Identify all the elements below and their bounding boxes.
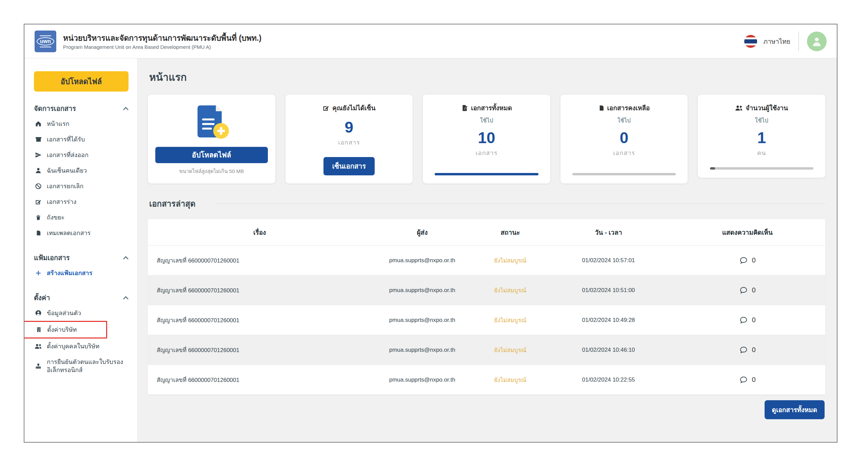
cell-sender: pmua.supprts@nxpo.or.th [371,347,473,353]
sidebar-item-sent-documents[interactable]: เอกสารที่ส่งออก [34,147,129,163]
users-icon [35,343,42,350]
comment-count: 0 [752,316,756,324]
sidebar-item-company-settings[interactable]: ตั้งค่าบริษัท [24,321,107,339]
remaining-documents-progress [572,173,676,175]
table-row[interactable]: สัญญาเลขที่ 6600000701260001 pmua.supprt… [148,365,825,395]
comment-icon [739,316,748,325]
cell-datetime: 01/02/2024 10:22:55 [548,376,670,383]
upload-file-button[interactable]: อัปโหลดไฟล์ [34,71,129,92]
top-header: uwn หน่วยบริหารและจัดการทุนด้านการพัฒนาร… [24,24,837,58]
header-divider [798,32,799,51]
cell-subject: สัญญาเลขที่ 6600000701260001 [148,286,371,295]
file-icon [598,104,605,112]
language-selector[interactable]: ภาษาไทย [763,36,790,46]
comments-button[interactable]: 0 [669,256,825,265]
user-avatar[interactable] [807,32,827,51]
remaining-documents-card: เอกสารคงเหลือ ใช้ไป 0 เอกสาร [560,95,688,183]
cell-subject: สัญญาเลขที่ 6600000701260001 [148,256,371,265]
remaining-documents-unit: เอกสาร [613,148,635,158]
main-content: หน้าแรก อัปโหลดไฟล์ ขนาดไฟล [138,58,837,442]
comments-button[interactable]: 0 [669,346,825,354]
sidebar-item-company-people-settings[interactable]: ตั้งค่าบุคคลในบริษัท [34,339,129,354]
col-header-status: สถานะ [473,227,548,237]
not-signed-card: คุณยังไม่ได้เซ็น 9 เอกสาร เซ็นเอกสาร [285,95,413,183]
cell-sender: pmua.supprts@nxpo.or.th [371,287,473,294]
logo-text: uwn [37,37,54,45]
section-settings[interactable]: ตั้งค่า [34,292,129,303]
sidebar-item-received-documents[interactable]: เอกสารที่ได้รับ [34,132,129,147]
cell-datetime: 01/02/2024 10:57:01 [548,257,670,264]
comments-button[interactable]: 0 [669,375,825,384]
section-document-management[interactable]: จัดการเอกสาร [34,103,129,114]
remaining-documents-subtitle: ใช้ไป [617,116,631,125]
section-divider [216,204,825,204]
col-header-sender: ผู้ส่ง [371,227,473,237]
upload-card: อัปโหลดไฟล์ ขนาดไฟล์สูงสุดไม่เกิน 50 MB [148,95,275,183]
trash-icon [35,214,42,221]
plus-icon [35,269,42,277]
stat-cards-row: อัปโหลดไฟล์ ขนาดไฟล์สูงสุดไม่เกิน 50 MB … [148,95,825,183]
chevron-up-icon [123,107,129,110]
cell-datetime: 01/02/2024 10:49:28 [548,317,670,324]
upload-file-button-main[interactable]: อัปโหลดไฟล์ [155,147,268,163]
table-row[interactable]: สัญญาเลขที่ 6600000701260001 pmua.supprt… [148,275,825,305]
person-icon [811,36,823,47]
table-row[interactable]: สัญญาเลขที่ 6600000701260001 pmua.supprt… [148,246,825,275]
org-title-thai: หน่วยบริหารและจัดการทุนด้านการพัฒนาระดับ… [63,33,261,43]
cell-sender: pmua.supprts@nxpo.or.th [371,257,473,264]
sidebar-item-home[interactable]: หน้าแรก [34,116,129,132]
cell-datetime: 01/02/2024 10:51:00 [548,287,670,294]
sidebar-item-cancelled-documents[interactable]: เอกสารยกเลิก [34,178,129,194]
view-all-documents-button[interactable]: ดูเอกสารทั้งหมด [765,400,825,419]
cell-sender: pmua.supprts@nxpo.or.th [371,376,473,383]
users-progress [710,167,813,170]
upload-size-note: ขนาดไฟล์สูงสุดไม่เกิน 50 MB [179,167,244,175]
app-window: uwn หน่วยบริหารและจัดการทุนด้านการพัฒนาร… [24,24,837,443]
sign-documents-button[interactable]: เซ็นเอกสาร [323,157,375,175]
table-row[interactable]: สัญญาเลขที่ 6600000701260001 pmua.supprt… [148,305,825,335]
sidebar-item-personal-info[interactable]: ข้อมูลส่วนตัว [34,305,129,321]
sidebar-item-create-folder[interactable]: สร้างแฟ้มเอกสาร [34,265,129,281]
logo-decor-top [40,35,51,36]
not-signed-count: 9 [345,119,354,135]
stamp-icon [35,362,42,370]
status-badge: ยังไม่สมบูรณ์ [473,286,548,295]
total-documents-unit: เอกสาร [476,148,498,158]
inbox-icon [35,136,42,143]
table-body: สัญญาเลขที่ 6600000701260001 pmua.supprt… [148,246,825,395]
user-icon [35,167,42,174]
recent-documents-table: เรื่อง ผู้ส่ง สถานะ วัน - เวลา แสดงความค… [148,219,825,395]
home-icon [35,120,42,128]
col-header-comments: แสดงความคิดเห็น [669,227,825,237]
logo-decor-bottom [40,46,51,47]
recent-documents-title: เอกสารล่าสุด [149,197,196,210]
cell-subject: สัญญาเลขที่ 6600000701260001 [148,345,371,354]
col-header-datetime: วัน - เวลา [548,227,670,237]
file-signature-icon [461,104,468,112]
table-row[interactable]: สัญญาเลขที่ 6600000701260001 pmua.supprt… [148,335,825,365]
comment-icon [739,375,748,384]
user-circle-icon [35,309,42,317]
cell-subject: สัญญาเลขที่ 6600000701260001 [148,375,371,384]
status-badge: ยังไม่สมบูรณ์ [473,315,548,325]
comments-button[interactable]: 0 [669,316,825,325]
chevron-up-icon [123,256,129,259]
total-documents-count: 10 [478,130,495,146]
sidebar-item-identity-certificate[interactable]: การยืนยันตัวตนและใบรับรองอิเล็กทรอนิกส์ [34,354,129,378]
status-badge: ยังไม่สมบูรณ์ [473,375,548,384]
status-badge: ยังไม่สมบูรณ์ [473,256,548,265]
sidebar-item-draft-documents[interactable]: เอกสารร่าง [34,194,129,210]
remaining-documents-count: 0 [620,130,629,146]
users-title: จำนวนผู้ใช้งาน [746,103,788,113]
sidebar-item-sign-alone[interactable]: ฉันเซ็นคนเดียว [34,163,129,178]
cell-datetime: 01/02/2024 10:46:10 [548,347,670,353]
section-document-folders[interactable]: แฟ้มเอกสาร [34,252,129,263]
comments-button[interactable]: 0 [669,286,825,295]
sidebar-item-document-templates[interactable]: เทมเพลตเอกสาร [34,225,129,241]
status-badge: ยังไม่สมบูรณ์ [473,345,548,354]
sidebar-item-trash[interactable]: ถังขยะ [34,210,129,225]
comment-count: 0 [752,376,756,384]
document-add-icon [190,103,234,142]
paper-plane-icon [35,151,42,159]
users-unit: คน [757,148,766,158]
